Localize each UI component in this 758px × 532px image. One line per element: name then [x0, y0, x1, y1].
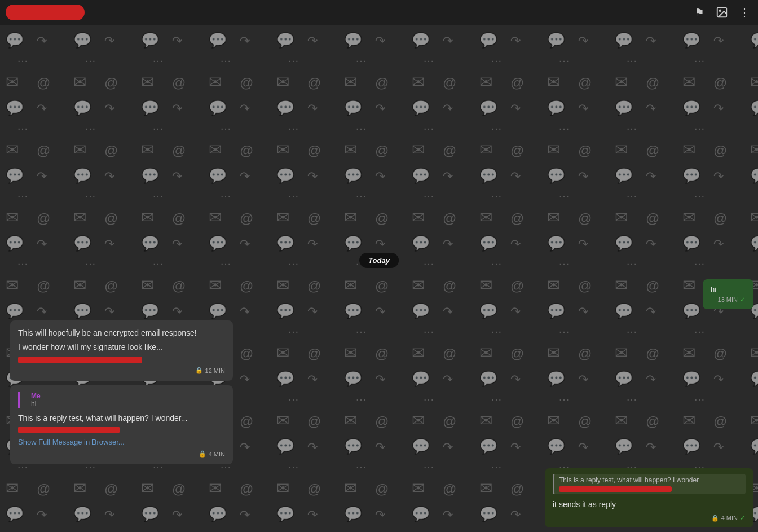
svg-point-7	[719, 10, 721, 11]
message-bubble-right-1: hi 13 MIN ✓	[703, 279, 753, 309]
reply-quote-text: This is a reply test, what will happen? …	[559, 476, 741, 484]
right-msg-text-1: hi	[711, 285, 746, 293]
message-bubble-1: This will hopefully be an encrypted emai…	[10, 320, 233, 381]
message-text-1: This will hopefully be an encrypted emai…	[18, 327, 225, 339]
date-pill: Today	[359, 253, 399, 268]
reply-quote-box: This is a reply test, what will happen? …	[553, 474, 746, 494]
lock-icon-1: 🔒	[195, 367, 203, 374]
app-logo[interactable]	[6, 5, 85, 20]
reply-quote-left: Me hi	[18, 392, 225, 408]
message-bubble-2: Me hi This is a reply test, what will ha…	[10, 385, 233, 464]
show-full-link[interactable]: Show Full Message in Browser...	[18, 438, 125, 446]
reply-main-text: it sends it as reply	[553, 499, 746, 511]
more-menu-icon[interactable]: ⋮	[737, 5, 752, 20]
message-meta-2: 🔒 4 MIN	[18, 450, 225, 458]
top-bar-actions: ⚑ ⋮	[691, 5, 752, 20]
message-text-3: This is a reply test, what will happen? …	[18, 412, 225, 424]
flag-icon[interactable]: ⚑	[691, 5, 707, 20]
lock-green-icon: 🔒	[711, 515, 719, 522]
image-icon[interactable]	[714, 5, 730, 20]
top-bar: ⚑ ⋮	[0, 0, 758, 25]
right-msg-meta-1: 13 MIN ✓	[711, 296, 746, 304]
sender-name: Me	[31, 392, 225, 400]
message-time-1: 12 MIN	[205, 367, 225, 374]
checkmark-icon-1: ✓	[740, 296, 746, 304]
right-time-1: 13 MIN	[718, 296, 738, 303]
reply-meta: 🔒 4 MIN ✓	[553, 514, 746, 522]
reply-quote-redacted	[559, 486, 672, 492]
sender-preview: hi	[31, 400, 225, 408]
lock-icon-2: 🔒	[199, 450, 206, 458]
message-text-2: I wonder how will my signature look like…	[18, 341, 225, 353]
message-time-2: 4 MIN	[209, 451, 225, 458]
redacted-bar-1	[18, 357, 142, 363]
check-green-icon: ✓	[740, 514, 746, 522]
reply-time: 4 MIN	[721, 515, 738, 521]
redacted-bar-2	[18, 427, 120, 433]
message-meta-1: 🔒 12 MIN	[18, 367, 225, 374]
message-bubble-right-2: This is a reply test, what will happen? …	[545, 468, 753, 527]
